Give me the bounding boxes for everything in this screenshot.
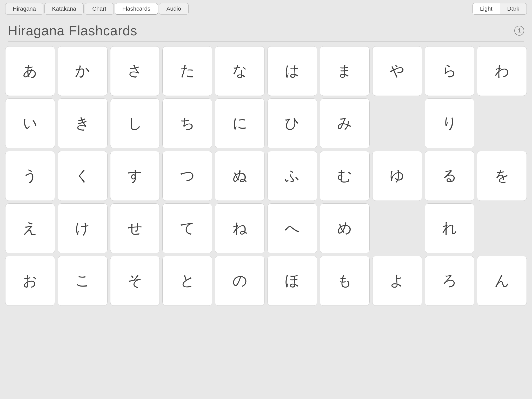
flashcard[interactable]: ふ [267,151,317,201]
flashcard[interactable]: む [320,151,370,201]
flashcard[interactable]: は [267,46,317,96]
nav-tabs: Hiragana Katakana Chart Flashcards Audio [5,3,189,15]
flashcard[interactable]: こ [58,256,108,306]
flashcard[interactable]: の [215,256,265,306]
flashcard[interactable]: け [58,203,108,253]
flashcard[interactable]: り [425,98,475,148]
flashcard[interactable]: せ [110,203,160,253]
flashcard[interactable]: ゆ [372,151,422,201]
flashcard[interactable]: め [320,203,370,253]
flashcard[interactable]: ね [215,203,265,253]
flashcard-empty [477,203,527,253]
flashcard[interactable]: お [5,256,55,306]
flashcard[interactable]: す [110,151,160,201]
info-icon[interactable]: ℹ [514,26,524,36]
page-title: Hiragana Flashcards [8,23,137,38]
flashcard[interactable]: と [162,256,212,306]
flashcard-empty [372,98,422,148]
flashcard[interactable]: た [162,46,212,96]
top-bar: Hiragana Katakana Chart Flashcards Audio… [0,0,532,18]
flashcard[interactable]: か [58,46,108,96]
flashcard[interactable]: い [5,98,55,148]
flashcard[interactable]: る [425,151,475,201]
flashcard[interactable]: ぬ [215,151,265,201]
flashcard[interactable]: き [58,98,108,148]
flashcard-empty [372,203,422,253]
flashcard[interactable]: ろ [425,256,475,306]
flashcard-grid: あかさたなはまやらわいきしちにひみりうくすつぬふむゆるをえけせてねへめれおこそと… [0,42,532,310]
flashcard[interactable]: う [5,151,55,201]
flashcard[interactable]: て [162,203,212,253]
theme-dark[interactable]: Dark [500,3,527,14]
flashcard[interactable]: へ [267,203,317,253]
flashcard[interactable]: え [5,203,55,253]
flashcard[interactable]: み [320,98,370,148]
flashcard[interactable]: や [372,46,422,96]
flashcard[interactable]: を [477,151,527,201]
flashcard[interactable]: わ [477,46,527,96]
flashcard[interactable]: く [58,151,108,201]
flashcard-empty [477,98,527,148]
flashcard[interactable]: つ [162,151,212,201]
flashcard[interactable]: れ [425,203,475,253]
tab-chart[interactable]: Chart [85,3,114,15]
flashcard[interactable]: そ [110,256,160,306]
flashcard[interactable]: ひ [267,98,317,148]
page-header: Hiragana Flashcards ℹ [0,18,532,41]
flashcard[interactable]: に [215,98,265,148]
theme-toggle: Light Dark [473,3,527,15]
tab-audio[interactable]: Audio [159,3,189,15]
flashcard[interactable]: ほ [267,256,317,306]
flashcard[interactable]: ら [425,46,475,96]
flashcard[interactable]: ん [477,256,527,306]
flashcard[interactable]: あ [5,46,55,96]
flashcard[interactable]: ち [162,98,212,148]
tab-katakana[interactable]: Katakana [44,3,84,15]
flashcard[interactable]: し [110,98,160,148]
flashcard[interactable]: よ [372,256,422,306]
flashcard[interactable]: さ [110,46,160,96]
tab-flashcards[interactable]: Flashcards [115,3,158,15]
theme-light[interactable]: Light [473,3,500,14]
tab-hiragana[interactable]: Hiragana [5,3,43,15]
flashcard[interactable]: も [320,256,370,306]
flashcard[interactable]: な [215,46,265,96]
flashcard[interactable]: ま [320,46,370,96]
